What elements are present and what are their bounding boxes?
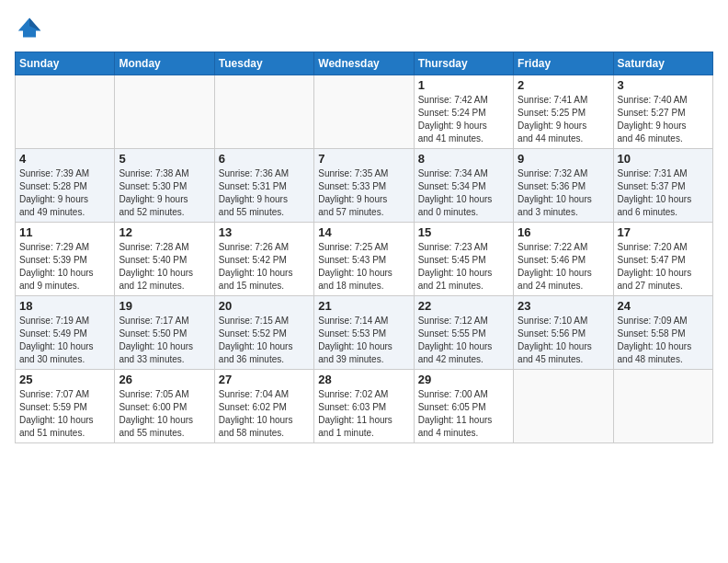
day-info: Sunrise: 7:10 AM Sunset: 5:56 PM Dayligh… (518, 315, 609, 366)
day-info: Sunrise: 7:04 AM Sunset: 6:02 PM Dayligh… (219, 388, 310, 440)
weekday-header-monday: Monday (115, 52, 214, 75)
day-number: 23 (518, 299, 609, 313)
day-number: 5 (119, 152, 210, 166)
day-number: 27 (219, 373, 310, 386)
day-info: Sunrise: 7:29 AM Sunset: 5:39 PM Dayligh… (19, 241, 110, 293)
calendar-cell: 12Sunrise: 7:28 AM Sunset: 5:40 PM Dayli… (115, 223, 214, 296)
calendar-cell: 18Sunrise: 7:19 AM Sunset: 5:49 PM Dayli… (16, 296, 115, 370)
day-info: Sunrise: 7:17 AM Sunset: 5:50 PM Dayligh… (119, 315, 210, 366)
calendar-cell: 5Sunrise: 7:38 AM Sunset: 5:30 PM Daylig… (115, 149, 214, 223)
day-info: Sunrise: 7:15 AM Sunset: 5:52 PM Dayligh… (219, 315, 310, 366)
day-info: Sunrise: 7:32 AM Sunset: 5:36 PM Dayligh… (518, 167, 609, 219)
calendar-cell: 24Sunrise: 7:09 AM Sunset: 5:58 PM Dayli… (613, 296, 712, 370)
calendar-week-row: 25Sunrise: 7:07 AM Sunset: 5:59 PM Dayli… (16, 370, 713, 443)
calendar-cell: 8Sunrise: 7:34 AM Sunset: 5:34 PM Daylig… (414, 149, 513, 223)
day-info: Sunrise: 7:26 AM Sunset: 5:42 PM Dayligh… (219, 241, 310, 293)
day-number: 28 (318, 373, 409, 386)
day-info: Sunrise: 7:35 AM Sunset: 5:33 PM Dayligh… (318, 167, 409, 219)
day-number: 2 (518, 78, 609, 92)
day-number: 13 (219, 225, 310, 239)
day-number: 15 (418, 225, 509, 239)
day-info: Sunrise: 7:28 AM Sunset: 5:40 PM Dayligh… (119, 241, 210, 293)
calendar-cell: 15Sunrise: 7:23 AM Sunset: 5:45 PM Dayli… (414, 223, 513, 296)
day-info: Sunrise: 7:39 AM Sunset: 5:28 PM Dayligh… (19, 167, 110, 219)
day-number: 1 (418, 78, 509, 92)
weekday-header-thursday: Thursday (414, 52, 513, 75)
day-info: Sunrise: 7:20 AM Sunset: 5:47 PM Dayligh… (618, 241, 709, 293)
calendar-cell: 11Sunrise: 7:29 AM Sunset: 5:39 PM Dayli… (16, 223, 115, 296)
calendar-cell: 17Sunrise: 7:20 AM Sunset: 5:47 PM Dayli… (613, 223, 712, 296)
day-info: Sunrise: 7:00 AM Sunset: 6:05 PM Dayligh… (418, 388, 509, 440)
weekday-header-friday: Friday (514, 52, 613, 75)
day-number: 7 (318, 152, 409, 166)
day-number: 4 (19, 152, 110, 166)
day-number: 22 (418, 299, 509, 313)
calendar-cell: 13Sunrise: 7:26 AM Sunset: 5:42 PM Dayli… (214, 223, 313, 296)
day-info: Sunrise: 7:34 AM Sunset: 5:34 PM Dayligh… (418, 167, 509, 219)
day-info: Sunrise: 7:42 AM Sunset: 5:24 PM Dayligh… (418, 94, 509, 145)
calendar-cell: 2Sunrise: 7:41 AM Sunset: 5:25 PM Daylig… (514, 75, 613, 149)
day-number: 19 (119, 299, 210, 313)
calendar-cell: 28Sunrise: 7:02 AM Sunset: 6:03 PM Dayli… (314, 370, 414, 443)
calendar-cell: 3Sunrise: 7:40 AM Sunset: 5:27 PM Daylig… (613, 75, 712, 149)
day-number: 24 (618, 299, 709, 313)
day-number: 29 (418, 373, 509, 386)
day-info: Sunrise: 7:12 AM Sunset: 5:55 PM Dayligh… (418, 315, 509, 366)
day-number: 20 (219, 299, 310, 313)
calendar-cell: 9Sunrise: 7:32 AM Sunset: 5:36 PM Daylig… (514, 149, 613, 223)
day-number: 17 (618, 225, 709, 239)
day-number: 12 (119, 225, 210, 239)
day-info: Sunrise: 7:07 AM Sunset: 5:59 PM Dayligh… (19, 388, 110, 440)
day-number: 18 (19, 299, 110, 313)
day-info: Sunrise: 7:36 AM Sunset: 5:31 PM Dayligh… (219, 167, 310, 219)
day-number: 3 (618, 78, 709, 92)
calendar-cell: 6Sunrise: 7:36 AM Sunset: 5:31 PM Daylig… (214, 149, 313, 223)
weekday-header-sunday: Sunday (16, 52, 115, 75)
calendar-week-row: 1Sunrise: 7:42 AM Sunset: 5:24 PM Daylig… (16, 75, 713, 149)
weekday-header-saturday: Saturday (613, 52, 712, 75)
calendar-cell: 25Sunrise: 7:07 AM Sunset: 5:59 PM Dayli… (16, 370, 115, 443)
day-info: Sunrise: 7:19 AM Sunset: 5:49 PM Dayligh… (19, 315, 110, 366)
day-number: 26 (119, 373, 210, 386)
calendar-week-row: 11Sunrise: 7:29 AM Sunset: 5:39 PM Dayli… (16, 223, 713, 296)
calendar-cell: 19Sunrise: 7:17 AM Sunset: 5:50 PM Dayli… (115, 296, 214, 370)
calendar-cell: 22Sunrise: 7:12 AM Sunset: 5:55 PM Dayli… (414, 296, 513, 370)
calendar-week-row: 18Sunrise: 7:19 AM Sunset: 5:49 PM Dayli… (16, 296, 713, 370)
weekday-header-tuesday: Tuesday (214, 52, 313, 75)
calendar-cell: 26Sunrise: 7:05 AM Sunset: 6:00 PM Dayli… (115, 370, 214, 443)
calendar-cell (514, 370, 613, 443)
calendar-cell: 16Sunrise: 7:22 AM Sunset: 5:46 PM Dayli… (514, 223, 613, 296)
day-info: Sunrise: 7:38 AM Sunset: 5:30 PM Dayligh… (119, 167, 210, 219)
calendar-cell: 23Sunrise: 7:10 AM Sunset: 5:56 PM Dayli… (514, 296, 613, 370)
calendar-cell: 10Sunrise: 7:31 AM Sunset: 5:37 PM Dayli… (613, 149, 712, 223)
calendar-cell (314, 75, 414, 149)
weekday-header-row: SundayMondayTuesdayWednesdayThursdayFrid… (16, 52, 713, 75)
day-number: 11 (19, 225, 110, 239)
calendar-week-row: 4Sunrise: 7:39 AM Sunset: 5:28 PM Daylig… (16, 149, 713, 223)
day-number: 16 (518, 225, 609, 239)
day-number: 10 (618, 152, 709, 166)
day-info: Sunrise: 7:41 AM Sunset: 5:25 PM Dayligh… (518, 94, 609, 145)
calendar-cell (16, 75, 115, 149)
day-number: 14 (318, 225, 409, 239)
calendar-cell (115, 75, 214, 149)
calendar-cell: 7Sunrise: 7:35 AM Sunset: 5:33 PM Daylig… (314, 149, 414, 223)
calendar-table: SundayMondayTuesdayWednesdayThursdayFrid… (15, 52, 713, 443)
day-info: Sunrise: 7:09 AM Sunset: 5:58 PM Dayligh… (618, 315, 709, 366)
calendar-cell: 27Sunrise: 7:04 AM Sunset: 6:02 PM Dayli… (214, 370, 313, 443)
day-info: Sunrise: 7:25 AM Sunset: 5:43 PM Dayligh… (318, 241, 409, 293)
calendar-cell: 1Sunrise: 7:42 AM Sunset: 5:24 PM Daylig… (414, 75, 513, 149)
calendar-cell (613, 370, 712, 443)
day-number: 25 (19, 373, 110, 386)
page-header (15, 15, 713, 44)
day-number: 8 (418, 152, 509, 166)
logo (15, 15, 46, 44)
calendar-cell: 20Sunrise: 7:15 AM Sunset: 5:52 PM Dayli… (214, 296, 313, 370)
day-info: Sunrise: 7:02 AM Sunset: 6:03 PM Dayligh… (318, 388, 409, 440)
calendar-cell (214, 75, 313, 149)
calendar-cell: 4Sunrise: 7:39 AM Sunset: 5:28 PM Daylig… (16, 149, 115, 223)
day-info: Sunrise: 7:14 AM Sunset: 5:53 PM Dayligh… (318, 315, 409, 366)
weekday-header-wednesday: Wednesday (314, 52, 414, 75)
day-number: 21 (318, 299, 409, 313)
calendar-cell: 21Sunrise: 7:14 AM Sunset: 5:53 PM Dayli… (314, 296, 414, 370)
